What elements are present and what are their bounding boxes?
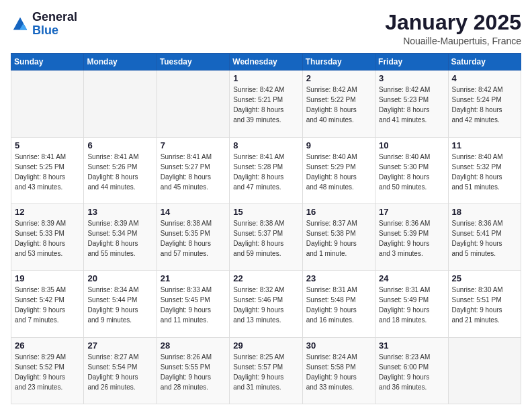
calendar-table: SundayMondayTuesdayWednesdayThursdayFrid… xyxy=(11,53,521,404)
weekday-header-monday: Monday xyxy=(84,54,157,71)
day-info: Sunrise: 8:42 AM Sunset: 5:21 PM Dayligh… xyxy=(233,85,298,125)
day-info: Sunrise: 8:39 AM Sunset: 5:33 PM Dayligh… xyxy=(15,218,80,259)
day-number: 5 xyxy=(15,140,80,150)
calendar-cell: 19Sunrise: 8:35 AM Sunset: 5:42 PM Dayli… xyxy=(11,271,84,337)
day-info: Sunrise: 8:36 AM Sunset: 5:39 PM Dayligh… xyxy=(379,218,444,259)
day-number: 6 xyxy=(87,140,152,150)
calendar-cell: 11Sunrise: 8:40 AM Sunset: 5:32 PM Dayli… xyxy=(448,137,521,203)
day-number: 10 xyxy=(379,140,444,150)
calendar-week-5: 26Sunrise: 8:29 AM Sunset: 5:52 PM Dayli… xyxy=(11,337,521,404)
day-number: 18 xyxy=(452,207,517,217)
day-info: Sunrise: 8:39 AM Sunset: 5:34 PM Dayligh… xyxy=(87,218,152,259)
day-info: Sunrise: 8:41 AM Sunset: 5:26 PM Dayligh… xyxy=(87,152,152,192)
day-number: 23 xyxy=(306,273,371,283)
calendar-cell: 14Sunrise: 8:38 AM Sunset: 5:35 PM Dayli… xyxy=(157,203,229,270)
title-block: January 2025 Nouaille-Maupertuis, France xyxy=(385,11,521,46)
day-info: Sunrise: 8:42 AM Sunset: 5:22 PM Dayligh… xyxy=(306,85,371,125)
day-info: Sunrise: 8:30 AM Sunset: 5:51 PM Dayligh… xyxy=(452,285,517,325)
calendar-cell: 16Sunrise: 8:37 AM Sunset: 5:38 PM Dayli… xyxy=(302,203,375,270)
logo-line1: General xyxy=(32,11,77,24)
day-number: 30 xyxy=(306,340,371,351)
calendar-cell: 2Sunrise: 8:42 AM Sunset: 5:22 PM Daylig… xyxy=(302,71,375,137)
logo: General Blue xyxy=(11,11,77,38)
day-number: 28 xyxy=(161,340,226,351)
day-number: 26 xyxy=(15,340,80,351)
calendar-week-1: 1Sunrise: 8:42 AM Sunset: 5:21 PM Daylig… xyxy=(11,71,521,137)
calendar-week-3: 12Sunrise: 8:39 AM Sunset: 5:33 PM Dayli… xyxy=(11,203,521,270)
weekday-header-saturday: Saturday xyxy=(448,54,521,71)
day-info: Sunrise: 8:32 AM Sunset: 5:46 PM Dayligh… xyxy=(233,285,298,325)
day-info: Sunrise: 8:31 AM Sunset: 5:48 PM Dayligh… xyxy=(306,285,371,325)
calendar-cell: 5Sunrise: 8:41 AM Sunset: 5:25 PM Daylig… xyxy=(11,137,84,203)
day-info: Sunrise: 8:41 AM Sunset: 5:28 PM Dayligh… xyxy=(233,152,298,192)
calendar-cell: 1Sunrise: 8:42 AM Sunset: 5:21 PM Daylig… xyxy=(230,71,302,137)
day-number: 2 xyxy=(306,73,371,83)
calendar-cell xyxy=(11,71,84,137)
day-number: 20 xyxy=(87,273,152,283)
calendar-cell xyxy=(84,71,157,137)
day-info: Sunrise: 8:36 AM Sunset: 5:41 PM Dayligh… xyxy=(452,218,517,259)
day-info: Sunrise: 8:40 AM Sunset: 5:32 PM Dayligh… xyxy=(452,152,517,192)
logo-icon xyxy=(11,15,30,34)
weekday-header-tuesday: Tuesday xyxy=(157,54,229,71)
day-info: Sunrise: 8:31 AM Sunset: 5:49 PM Dayligh… xyxy=(379,285,444,325)
day-info: Sunrise: 8:23 AM Sunset: 6:00 PM Dayligh… xyxy=(379,352,444,392)
calendar-cell: 10Sunrise: 8:40 AM Sunset: 5:30 PM Dayli… xyxy=(375,137,448,203)
day-number: 24 xyxy=(379,273,444,283)
day-number: 14 xyxy=(161,207,226,217)
calendar-cell: 15Sunrise: 8:38 AM Sunset: 5:37 PM Dayli… xyxy=(230,203,302,270)
day-number: 15 xyxy=(233,207,298,217)
calendar-cell: 21Sunrise: 8:33 AM Sunset: 5:45 PM Dayli… xyxy=(157,271,229,337)
day-info: Sunrise: 8:35 AM Sunset: 5:42 PM Dayligh… xyxy=(15,285,80,325)
day-info: Sunrise: 8:38 AM Sunset: 5:35 PM Dayligh… xyxy=(161,218,226,259)
calendar-cell: 24Sunrise: 8:31 AM Sunset: 5:49 PM Dayli… xyxy=(375,271,448,337)
day-number: 9 xyxy=(306,140,371,150)
day-number: 27 xyxy=(87,340,152,351)
weekday-header-thursday: Thursday xyxy=(302,54,375,71)
calendar-cell: 26Sunrise: 8:29 AM Sunset: 5:52 PM Dayli… xyxy=(11,337,84,404)
calendar-cell: 9Sunrise: 8:40 AM Sunset: 5:29 PM Daylig… xyxy=(302,137,375,203)
calendar-cell: 27Sunrise: 8:27 AM Sunset: 5:54 PM Dayli… xyxy=(84,337,157,404)
calendar-cell: 29Sunrise: 8:25 AM Sunset: 5:57 PM Dayli… xyxy=(230,337,302,404)
page: General Blue January 2025 Nouaille-Maupe… xyxy=(0,0,532,411)
calendar-cell: 3Sunrise: 8:42 AM Sunset: 5:23 PM Daylig… xyxy=(375,71,448,137)
calendar-cell: 22Sunrise: 8:32 AM Sunset: 5:46 PM Dayli… xyxy=(230,271,302,337)
day-number: 8 xyxy=(233,140,298,150)
day-number: 17 xyxy=(379,207,444,217)
calendar-cell: 8Sunrise: 8:41 AM Sunset: 5:28 PM Daylig… xyxy=(230,137,302,203)
calendar-cell: 13Sunrise: 8:39 AM Sunset: 5:34 PM Dayli… xyxy=(84,203,157,270)
day-number: 7 xyxy=(161,140,226,150)
day-info: Sunrise: 8:41 AM Sunset: 5:25 PM Dayligh… xyxy=(15,152,80,192)
calendar-cell xyxy=(448,337,521,404)
calendar-header: SundayMondayTuesdayWednesdayThursdayFrid… xyxy=(11,54,521,71)
weekday-header-wednesday: Wednesday xyxy=(230,54,302,71)
day-number: 19 xyxy=(15,273,80,283)
calendar-cell: 4Sunrise: 8:42 AM Sunset: 5:24 PM Daylig… xyxy=(448,71,521,137)
day-number: 29 xyxy=(233,340,298,351)
day-number: 16 xyxy=(306,207,371,217)
day-info: Sunrise: 8:25 AM Sunset: 5:57 PM Dayligh… xyxy=(233,352,298,392)
calendar-cell: 18Sunrise: 8:36 AM Sunset: 5:41 PM Dayli… xyxy=(448,203,521,270)
calendar-cell: 23Sunrise: 8:31 AM Sunset: 5:48 PM Dayli… xyxy=(302,271,375,337)
weekday-header-row: SundayMondayTuesdayWednesdayThursdayFrid… xyxy=(11,54,521,71)
logo-text: General Blue xyxy=(32,11,77,38)
day-number: 4 xyxy=(452,73,517,83)
header: General Blue January 2025 Nouaille-Maupe… xyxy=(11,11,521,46)
day-number: 25 xyxy=(452,273,517,283)
calendar-cell: 7Sunrise: 8:41 AM Sunset: 5:27 PM Daylig… xyxy=(157,137,229,203)
weekday-header-friday: Friday xyxy=(375,54,448,71)
calendar-cell: 31Sunrise: 8:23 AM Sunset: 6:00 PM Dayli… xyxy=(375,337,448,404)
calendar-cell xyxy=(157,71,229,137)
calendar-week-4: 19Sunrise: 8:35 AM Sunset: 5:42 PM Dayli… xyxy=(11,271,521,337)
day-info: Sunrise: 8:24 AM Sunset: 5:58 PM Dayligh… xyxy=(306,352,371,392)
weekday-header-sunday: Sunday xyxy=(11,54,84,71)
day-info: Sunrise: 8:37 AM Sunset: 5:38 PM Dayligh… xyxy=(306,218,371,259)
day-number: 11 xyxy=(452,140,517,150)
calendar-cell: 25Sunrise: 8:30 AM Sunset: 5:51 PM Dayli… xyxy=(448,271,521,337)
logo-line2: Blue xyxy=(32,24,77,38)
day-info: Sunrise: 8:29 AM Sunset: 5:52 PM Dayligh… xyxy=(15,352,80,392)
calendar-cell: 20Sunrise: 8:34 AM Sunset: 5:44 PM Dayli… xyxy=(84,271,157,337)
calendar-cell: 17Sunrise: 8:36 AM Sunset: 5:39 PM Dayli… xyxy=(375,203,448,270)
day-number: 12 xyxy=(15,207,80,217)
day-info: Sunrise: 8:38 AM Sunset: 5:37 PM Dayligh… xyxy=(233,218,298,259)
